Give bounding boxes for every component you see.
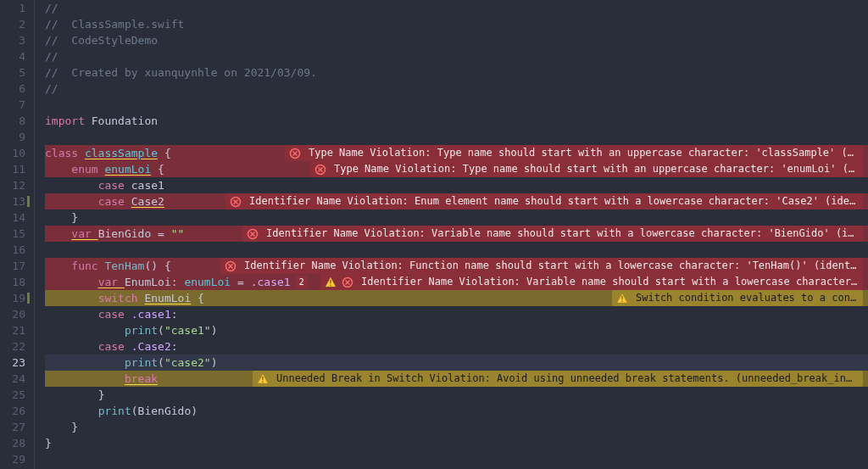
line-number: 7 [5, 97, 25, 113]
line-number: 2 [5, 16, 25, 32]
code-line[interactable]: switch EnumLoi { ! Switch condition eval… [45, 290, 868, 306]
warning-message: Switch condition evaluates to a constant [632, 290, 858, 306]
error-annotation[interactable]: Identifier Name Violation: Function name… [220, 258, 863, 274]
code-area[interactable]: // // ClassSample.swift // CodeStyleDemo… [35, 0, 868, 469]
error-icon [220, 258, 241, 274]
error-message: Identifier Name Violation: Variable name… [263, 226, 858, 242]
line-number: 11 [5, 161, 25, 177]
comment: // [45, 0, 58, 16]
line-number: 4 [5, 48, 25, 64]
line-number: 12 [5, 177, 25, 193]
code-line[interactable]: print(BienGido) [45, 403, 868, 419]
code-line[interactable] [45, 242, 868, 258]
warning-icon: ! [253, 371, 273, 387]
code-line[interactable]: var EnumLoi: enumLoi = .case1 2 ! Identi… [45, 274, 868, 290]
warning-annotation[interactable]: ! Unneeded Break in Switch Violation: Av… [253, 371, 863, 387]
line-number: 13 [5, 193, 25, 209]
line-number: 8 [5, 113, 25, 129]
error-message: Type Name Violation: Type name should st… [331, 161, 858, 177]
error-icon [285, 145, 305, 161]
line-number: 3 [5, 32, 25, 48]
code-line[interactable]: // CodeStyleDemo [45, 32, 868, 48]
code-line[interactable]: import Foundation [45, 113, 868, 129]
error-icon [310, 161, 331, 177]
issue-count-badge[interactable]: 2 [296, 276, 308, 288]
line-gutter: 1 2 3 4 5 6 7 8 9 10 11 12 13 14 15 16 1… [0, 0, 35, 469]
line-number: 19 [5, 290, 25, 306]
code-line[interactable]: class classSample { Type Name Violation:… [45, 145, 868, 161]
warning-message: Unneeded Break in Switch Violation: Avoi… [273, 371, 858, 387]
code-line[interactable]: var BienGido = "" Identifier Name Violat… [45, 226, 868, 242]
line-number: 21 [5, 322, 25, 338]
line-number: 29 [5, 451, 25, 467]
line-number: 14 [5, 209, 25, 226]
code-line[interactable] [45, 129, 868, 145]
code-line[interactable]: } [45, 387, 868, 403]
error-annotation[interactable]: Identifier Name Violation: Variable name… [242, 226, 863, 242]
code-line[interactable]: // Created by xuanquynhle on 2021/03/09. [45, 64, 868, 81]
code-line[interactable]: // [45, 81, 868, 97]
code-line[interactable]: } [45, 419, 868, 435]
error-message: Identifier Name Violation: Variable name… [358, 274, 858, 290]
error-icon [242, 226, 263, 242]
code-line[interactable]: print("case2") [45, 355, 868, 371]
line-number: 27 [5, 419, 25, 435]
code-line[interactable] [45, 97, 868, 113]
line-number: 22 [5, 338, 25, 355]
warning-annotation[interactable]: ! Switch condition evaluates to a consta… [612, 290, 863, 306]
svg-text:!: ! [620, 296, 625, 304]
line-number: 17 [5, 258, 25, 274]
error-annotation[interactable]: ! Identifier Name Violation: Variable na… [320, 274, 863, 290]
code-editor[interactable]: 1 2 3 4 5 6 7 8 9 10 11 12 13 14 15 16 1… [0, 0, 868, 469]
error-message: Identifier Name Violation: Function name… [241, 258, 858, 274]
warning-icon: ! [612, 290, 632, 306]
line-number: 26 [5, 403, 25, 419]
line-number: 1 [5, 0, 25, 16]
code-line[interactable]: case .Case2: [45, 338, 868, 355]
error-annotation[interactable]: Type Name Violation: Type name should st… [285, 145, 863, 161]
code-line[interactable]: // ClassSample.swift [45, 16, 868, 32]
line-number: 15 [5, 226, 25, 242]
code-line[interactable]: enum enumLoi { Type Name Violation: Type… [45, 161, 868, 177]
code-line[interactable]: // [45, 48, 868, 64]
code-line[interactable]: func TenHam() { Identifier Name Violatio… [45, 258, 868, 274]
svg-text:!: ! [329, 280, 333, 288]
error-message: Type Name Violation: Type name should st… [305, 145, 858, 161]
line-number: 16 [5, 242, 25, 258]
line-number: 9 [5, 129, 25, 145]
line-number: 28 [5, 435, 25, 451]
line-number: 5 [5, 64, 25, 81]
error-icon [225, 193, 246, 209]
code-line[interactable]: } [45, 435, 868, 451]
code-line[interactable]: // [45, 0, 868, 16]
line-number: 24 [5, 371, 25, 387]
error-annotation[interactable]: Type Name Violation: Type name should st… [310, 161, 863, 177]
line-number: 10 [5, 145, 25, 161]
error-annotation[interactable]: Identifier Name Violation: Enum element … [225, 193, 863, 209]
line-number: 18 [5, 274, 25, 290]
code-line[interactable] [45, 451, 868, 467]
code-line[interactable]: } [45, 209, 868, 226]
code-line[interactable]: case Case2 Identifier Name Violation: En… [45, 193, 868, 209]
code-line[interactable]: print("case1") [45, 322, 868, 338]
line-number: 25 [5, 387, 25, 403]
line-number: 6 [5, 81, 25, 97]
line-number: 23 [5, 355, 25, 371]
code-line[interactable]: break ! Unneeded Break in Switch Violati… [45, 371, 868, 387]
code-line[interactable]: case .case1: [45, 306, 868, 322]
error-message: Identifier Name Violation: Enum element … [246, 193, 858, 209]
error-icon [337, 274, 358, 290]
svg-text:!: ! [261, 377, 265, 384]
code-line[interactable]: case case1 [45, 177, 868, 193]
line-number: 20 [5, 306, 25, 322]
